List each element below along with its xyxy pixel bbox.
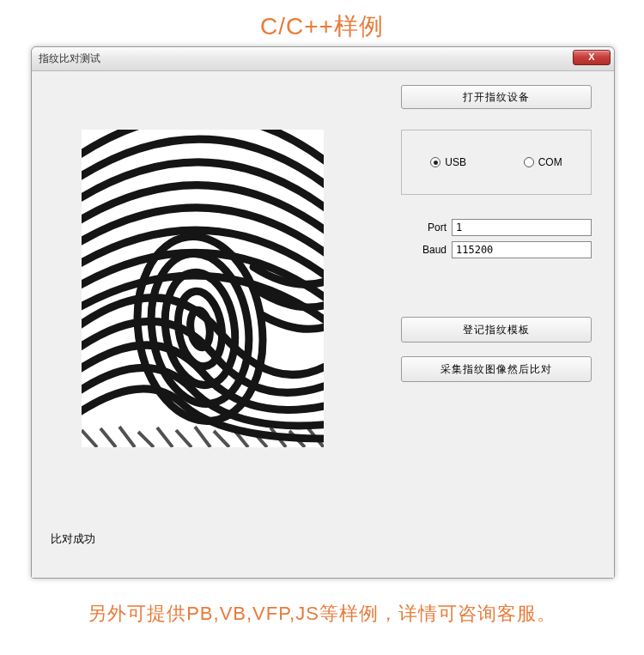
window-titlebar: 指纹比对测试 X xyxy=(32,47,614,71)
open-device-button[interactable]: 打开指纹设备 xyxy=(401,85,592,109)
close-icon: X xyxy=(588,52,594,62)
port-input[interactable] xyxy=(452,219,592,236)
radio-com[interactable]: COM xyxy=(524,156,562,168)
app-window: 指纹比对测试 X 打开指纹设备 USB COM Port Baud xyxy=(31,46,615,579)
baud-input[interactable] xyxy=(452,241,592,258)
radio-com-label: COM xyxy=(538,156,562,168)
capture-compare-label: 采集指纹图像然后比对 xyxy=(440,362,552,377)
port-label: Port xyxy=(401,221,452,233)
window-title: 指纹比对测试 xyxy=(39,52,100,66)
status-message: 比对成功 xyxy=(51,531,95,547)
baud-label: Baud xyxy=(401,244,452,256)
port-field-row: Port xyxy=(401,219,592,236)
capture-compare-button[interactable]: 采集指纹图像然后比对 xyxy=(401,356,592,382)
register-template-button[interactable]: 登记指纹模板 xyxy=(401,317,592,343)
fingerprint-image xyxy=(82,130,324,447)
close-button[interactable]: X xyxy=(573,50,611,65)
window-client-area: 打开指纹设备 USB COM Port Baud 登记指纹模板 采集指纹图像然后… xyxy=(32,71,614,578)
page-footer-note: 另外可提供PB,VB,VFP,JS等样例，详情可咨询客服。 xyxy=(0,601,644,627)
connection-type-group: USB COM xyxy=(401,130,592,195)
radio-com-indicator xyxy=(524,157,534,167)
open-device-label: 打开指纹设备 xyxy=(463,90,530,105)
page-heading-title: C/C++样例 xyxy=(0,0,644,50)
radio-usb-label: USB xyxy=(445,156,466,168)
radio-usb[interactable]: USB xyxy=(430,156,466,168)
baud-field-row: Baud xyxy=(401,241,592,258)
radio-usb-indicator xyxy=(430,157,440,167)
register-template-label: 登记指纹模板 xyxy=(463,323,530,337)
